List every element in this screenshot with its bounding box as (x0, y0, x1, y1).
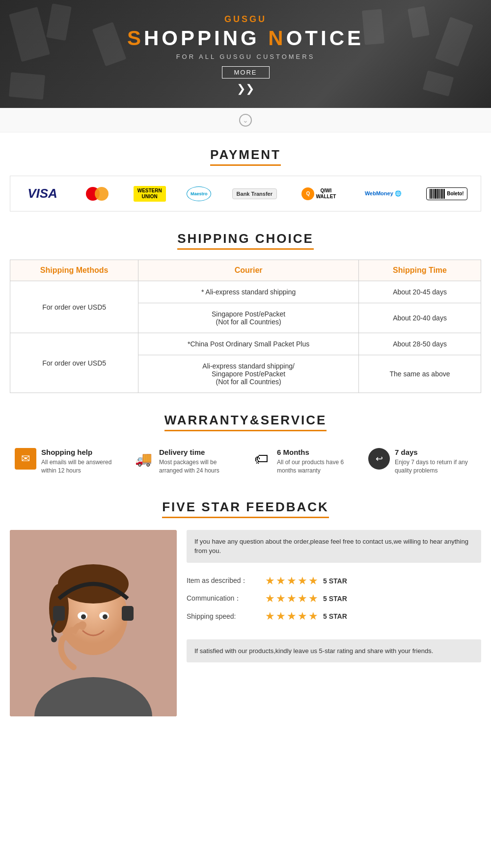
months-icon: 🏷 (250, 448, 272, 470)
star-5: ★ (308, 592, 318, 605)
warranty-return-title: 7 days (395, 448, 476, 456)
warranty-shopping-title: Shopping help (41, 448, 123, 456)
star-3: ★ (287, 575, 297, 587)
western-union-logo: WESTERNUNION (134, 186, 166, 202)
delivery-icon: 🚚 (133, 448, 154, 470)
row3-courier-cell: *China Post Ordinary Small Packet Plus (138, 333, 359, 355)
svg-point-12 (103, 614, 108, 619)
row2-time-cell: About 20-40 days (359, 303, 481, 333)
boleto-logo: Boleto! (426, 187, 467, 200)
row3-count: 5 STAR (323, 612, 347, 620)
shipping-title: SHIPPING CHOICE (177, 231, 314, 250)
payment-section: PAYMENT VISA WESTERNUNION Maestro Bank T… (0, 132, 491, 221)
svg-point-11 (81, 614, 86, 619)
barcode-icon (430, 189, 445, 199)
star-4: ★ (298, 610, 307, 623)
shipping-table-header: Shipping Methods Courier Shipping Time (10, 260, 481, 281)
mastercard-yellow-circle (95, 187, 109, 201)
feedback-bottom-message: If satisfied with our products,kindly le… (187, 639, 481, 663)
feedback-section: FIVE STAR FEEDBACK (0, 490, 491, 726)
row1-label: Item as described： (187, 577, 265, 585)
feedback-person-image (10, 530, 177, 716)
star-3: ★ (287, 610, 297, 623)
row2-stars: ★ ★ ★ ★ ★ (265, 592, 318, 605)
warranty-title: WARRANTY&SERVICE (164, 413, 327, 431)
hero-banner: GUSGU SHOPPING NOTICE FOR ALL GUSGU CUST… (0, 0, 491, 108)
email-icon: ✉ (15, 448, 36, 470)
warranty-item-delivery: 🚚 Delivery time Most packages will be ar… (133, 448, 241, 475)
row4-time-cell: The same as above (359, 355, 481, 393)
qiwi-circle-icon: Q (301, 187, 314, 200)
table-row: For order over USD5 * Ali-express standa… (10, 281, 481, 303)
person-svg (10, 530, 177, 716)
star-2: ★ (276, 575, 286, 587)
star-row-shipping: Shipping speed: ★ ★ ★ ★ ★ 5 STAR (187, 610, 481, 623)
star-4: ★ (298, 592, 307, 605)
col-methods-header: Shipping Methods (10, 260, 138, 281)
svg-rect-7 (122, 606, 134, 621)
warranty-return-text: 7 days Enjoy 7 days to return if any qua… (395, 448, 476, 475)
warranty-items-container: ✉ Shopping help All emails will be answe… (10, 443, 481, 480)
star-1: ★ (265, 575, 275, 587)
feedback-right-content: If you have any question about the order… (187, 530, 481, 663)
svg-point-8 (51, 636, 57, 642)
warranty-delivery-desc: Most packages will be arranged with 24 h… (159, 458, 241, 475)
boleto-text: Boleto! (447, 191, 464, 196)
mastercard-logo (82, 185, 112, 203)
row1-courier-cell: * Ali-express standard shipping (138, 281, 359, 303)
star-3: ★ (287, 592, 297, 605)
row2-courier-cell: Singapore Post/ePacket(Not for all Count… (138, 303, 359, 333)
hero-title: SHOPPING NOTICE (127, 26, 364, 50)
row3-stars: ★ ★ ★ ★ ★ (265, 610, 318, 623)
feedback-top-message: If you have any question about the order… (187, 530, 481, 563)
circle-divider: ⌄ (0, 108, 491, 132)
visa-logo: VISA (24, 184, 61, 203)
star-row-communication: Communication： ★ ★ ★ ★ ★ 5 STAR (187, 592, 481, 605)
warranty-item-shopping: ✉ Shopping help All emails will be answe… (15, 448, 123, 475)
star-row-described: Item as described： ★ ★ ★ ★ ★ 5 STAR (187, 575, 481, 587)
warranty-shopping-desc: All emails will be answered within 12 ho… (41, 458, 123, 475)
warranty-shopping-text: Shopping help All emails will be answere… (41, 448, 123, 475)
payment-logos-container: VISA WESTERNUNION Maestro Bank Transfer … (10, 176, 481, 211)
hero-chevron-icon: ❯❯ (237, 83, 254, 94)
hero-more-button[interactable]: MORE (222, 66, 270, 79)
row2-label: Communication： (187, 594, 265, 603)
row3-method-cell: For order over USD5 (10, 333, 138, 393)
hero-brand: GUSGU (224, 14, 267, 25)
feedback-person-silhouette (10, 530, 177, 716)
webmoney-logo: WebMoney 🌐 (361, 188, 406, 199)
feedback-title: FIVE STAR FEEDBACK (162, 500, 329, 518)
svg-point-13 (79, 621, 86, 629)
row3-label: Shipping speed: (187, 612, 265, 620)
warranty-delivery-text: Delivery time Most packages will be arra… (159, 448, 241, 475)
star-5: ★ (308, 575, 318, 587)
shipping-table: Shipping Methods Courier Shipping Time F… (10, 260, 481, 393)
col-courier-header: Courier (138, 260, 359, 281)
qiwi-logo: Q QIWIWALLET (298, 185, 340, 202)
row1-time-cell: About 20-45 days (359, 281, 481, 303)
col-time-header: Shipping Time (359, 260, 481, 281)
star-4: ★ (298, 575, 307, 587)
feedback-content: If you have any question about the order… (10, 530, 481, 716)
row1-stars: ★ ★ ★ ★ ★ (265, 575, 318, 587)
warranty-months-text: 6 Months All of our products have 6 mont… (277, 448, 358, 475)
warranty-section: WARRANTY&SERVICE ✉ Shopping help All ema… (0, 403, 491, 490)
hero-title-s: S (127, 26, 144, 50)
row1-method-cell: For order over USD5 (10, 281, 138, 333)
star-2: ★ (276, 610, 286, 623)
shipping-section: SHIPPING CHOICE Shipping Methods Courier… (0, 221, 491, 403)
down-circle-icon: ⌄ (239, 114, 252, 127)
star-1: ★ (265, 592, 275, 605)
hero-title-n: N (268, 26, 286, 50)
maestro-logo: Maestro (187, 186, 211, 201)
qiwi-text: QIWIWALLET (316, 188, 336, 200)
payment-title: PAYMENT (210, 147, 281, 166)
row1-count: 5 STAR (323, 577, 347, 585)
warranty-return-desc: Enjoy 7 days to return if any quality pr… (395, 458, 476, 475)
warranty-months-desc: All of our products have 6 months warran… (277, 458, 358, 475)
row2-count: 5 STAR (323, 595, 347, 603)
warranty-months-title: 6 Months (277, 448, 358, 456)
warranty-delivery-title: Delivery time (159, 448, 241, 456)
warranty-item-return: ↩ 7 days Enjoy 7 days to return if any q… (368, 448, 476, 475)
star-ratings-container: Item as described： ★ ★ ★ ★ ★ 5 STAR Comm… (187, 575, 481, 628)
